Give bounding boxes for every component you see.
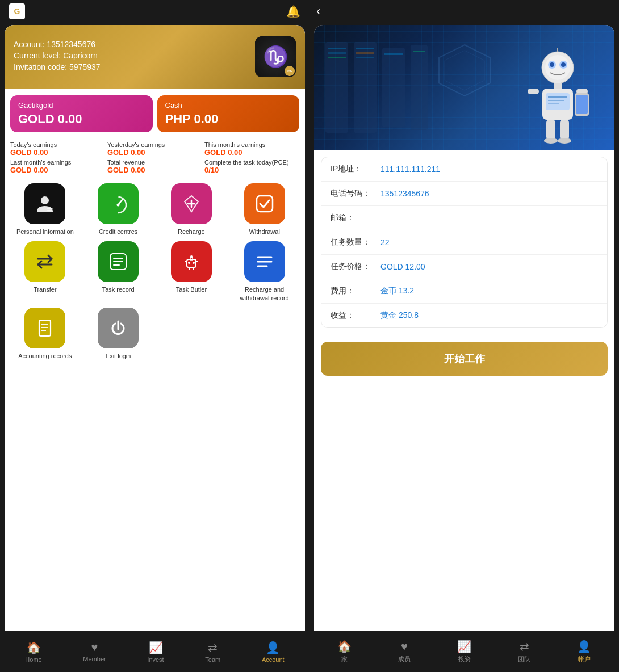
avatar[interactable]: ✏ bbox=[255, 36, 296, 77]
ip-key: IP地址： bbox=[331, 164, 376, 174]
earnings-label: Last month's earnings bbox=[10, 159, 105, 166]
icon-item[interactable]: Recharge bbox=[158, 183, 225, 236]
right-content: IP地址： 111.111.111.211 电话号码： 13512345676 … bbox=[314, 25, 614, 631]
right-nav-item-成员[interactable]: ♥ 成员 bbox=[398, 640, 411, 663]
back-button[interactable]: ‹ bbox=[316, 4, 320, 19]
svg-rect-60 bbox=[548, 103, 559, 104]
icon-item[interactable]: Task record bbox=[85, 241, 152, 302]
svg-rect-40 bbox=[328, 52, 346, 54]
datacenter-svg bbox=[320, 36, 433, 138]
info-card: IP地址： 111.111.111.211 电话号码： 13512345676 … bbox=[321, 157, 608, 328]
earnings-item: Today's earnings GOLD 0.00 bbox=[10, 141, 105, 157]
nav-label: Member bbox=[83, 656, 106, 662]
banner-image bbox=[314, 25, 614, 150]
icon-label: Personal information bbox=[16, 228, 74, 236]
fee-row: 费用： 金币 13.2 bbox=[321, 279, 607, 304]
cash-balance-card[interactable]: Cash PHP 0.00 bbox=[157, 95, 300, 132]
svg-rect-61 bbox=[528, 89, 539, 94]
email-row: 邮箱： bbox=[321, 206, 607, 230]
ip-row: IP地址： 111.111.111.211 bbox=[321, 157, 607, 182]
svg-rect-57 bbox=[546, 93, 570, 110]
app-logo: G bbox=[9, 3, 25, 19]
icon-item[interactable]: Recharge and withdrawal record bbox=[231, 241, 298, 302]
earnings-value: GOLD 0.00 bbox=[204, 148, 299, 157]
fee-key: 费用： bbox=[331, 286, 376, 296]
phone-row: 电话号码： 13512345676 bbox=[321, 182, 607, 206]
gold-balance-card[interactable]: Gactikgold GOLD 0.00 bbox=[10, 95, 153, 132]
earnings-label: This month's earnings bbox=[204, 141, 299, 148]
nav-label: 家 bbox=[341, 655, 348, 663]
earnings-grid: Today's earnings GOLD 0.00Yesterday's ea… bbox=[5, 139, 305, 179]
profile-header: Account: 13512345676 Current level: Capr… bbox=[5, 25, 305, 89]
nav-item-home[interactable]: 🏠 Home bbox=[25, 641, 41, 663]
icon-item[interactable]: Personal information bbox=[11, 183, 79, 236]
earnings-item: Yesterday's earnings GOLD 0.00 bbox=[107, 141, 202, 157]
task-price-key: 任务价格： bbox=[331, 262, 376, 272]
phone-key: 电话号码： bbox=[331, 188, 376, 199]
nav-icon: ⇄ bbox=[520, 640, 529, 653]
nav-item-invest[interactable]: 📈 Invest bbox=[147, 641, 164, 663]
right-nav-item-家[interactable]: 🏠 家 bbox=[337, 640, 352, 663]
nav-label: 帐户 bbox=[578, 655, 591, 663]
icon-item[interactable]: Task Butler bbox=[158, 241, 225, 302]
icon-box bbox=[171, 241, 212, 282]
svg-rect-1 bbox=[47, 208, 53, 209]
nav-label: Invest bbox=[147, 656, 164, 663]
nav-item-member[interactable]: ♥ Member bbox=[83, 641, 106, 662]
nav-label: 团队 bbox=[518, 655, 530, 663]
ip-val: 111.111.111.211 bbox=[380, 165, 440, 174]
nav-icon: ♥ bbox=[91, 641, 98, 654]
icon-box bbox=[24, 308, 65, 348]
right-nav-item-投资[interactable]: 📈 投资 bbox=[457, 640, 471, 663]
task-count-row: 任务数量： 22 bbox=[321, 230, 607, 255]
phone-val: 13512345676 bbox=[380, 189, 429, 198]
right-nav-item-帐户[interactable]: 👤 帐户 bbox=[577, 640, 591, 663]
svg-point-51 bbox=[550, 62, 554, 67]
nav-item-team[interactable]: ⇄ Team bbox=[205, 641, 220, 663]
icon-item[interactable]: Credit centres bbox=[85, 183, 152, 236]
nav-icon: 🏠 bbox=[27, 641, 41, 654]
icon-item[interactable]: Exit login bbox=[85, 308, 152, 360]
earnings-value: GOLD 0.00 bbox=[107, 148, 202, 157]
svg-point-0 bbox=[41, 196, 49, 204]
task-price-row: 任务价格： GOLD 12.00 bbox=[321, 255, 607, 279]
notification-bell-icon[interactable]: 🔔 bbox=[286, 5, 300, 18]
icon-label: Withdrawal bbox=[249, 228, 279, 236]
svg-rect-28 bbox=[39, 320, 51, 336]
svg-rect-43 bbox=[356, 52, 374, 54]
icon-label: Transfer bbox=[34, 285, 57, 293]
nav-label: Team bbox=[205, 656, 220, 663]
svg-point-17 bbox=[188, 262, 190, 264]
icon-item[interactable]: Transfer bbox=[11, 241, 79, 302]
email-key: 邮箱： bbox=[331, 213, 376, 223]
income-row: 收益： 黄金 250.8 bbox=[321, 304, 607, 327]
svg-rect-45 bbox=[384, 53, 403, 55]
avatar-edit-badge: ✏ bbox=[285, 66, 295, 76]
icon-box bbox=[98, 183, 139, 224]
icon-item[interactable]: Withdrawal bbox=[231, 183, 298, 236]
svg-rect-59 bbox=[548, 100, 564, 101]
svg-marker-34 bbox=[445, 51, 484, 90]
left-panel: G 🔔 Account: 13512345676 Current level: … bbox=[0, 0, 310, 672]
right-bottom-nav: 🏠 家♥ 成员📈 投资⇄ 团队👤 帐户 bbox=[314, 631, 614, 672]
icon-box bbox=[98, 308, 139, 348]
icon-box bbox=[244, 183, 285, 224]
robot-figure bbox=[524, 42, 592, 144]
nav-icon: 🏠 bbox=[337, 640, 352, 653]
left-bottom-nav: 🏠 Home♥ Member📈 Invest⇄ Team👤 Account bbox=[5, 631, 305, 672]
earnings-label: Complete the task today(PCE) bbox=[204, 159, 299, 166]
profile-info: Account: 13512345676 Current level: Capr… bbox=[14, 40, 101, 74]
right-nav-item-团队[interactable]: ⇄ 团队 bbox=[518, 640, 530, 663]
nav-label: Home bbox=[25, 656, 41, 663]
svg-point-52 bbox=[561, 62, 566, 67]
nav-item-account[interactable]: 👤 Account bbox=[262, 641, 285, 663]
start-work-button[interactable]: 开始工作 bbox=[321, 342, 608, 376]
nav-icon: ♥ bbox=[401, 640, 408, 653]
svg-rect-37 bbox=[382, 48, 405, 127]
icon-label: Task record bbox=[102, 285, 135, 293]
hexagon-svg bbox=[436, 42, 493, 99]
icon-item[interactable]: Accounting records bbox=[11, 308, 79, 360]
nav-label: 成员 bbox=[398, 655, 411, 663]
nav-icon: ⇄ bbox=[208, 641, 218, 654]
earnings-value: 0/10 bbox=[204, 166, 299, 174]
